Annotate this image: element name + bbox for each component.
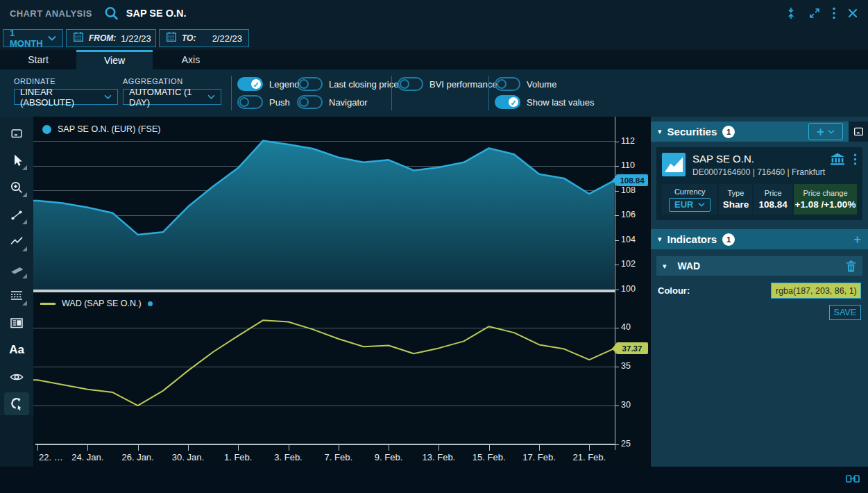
flyout-corner (22, 165, 27, 170)
dock-panel-icon[interactable] (4, 122, 29, 144)
bvi-performance-toggle[interactable] (398, 77, 423, 91)
toggle-knob (251, 79, 261, 89)
x-axis-label: 9. Feb. (375, 452, 402, 462)
wad-indicator-header[interactable]: ▾ WAD (656, 256, 862, 276)
zigzag-tool-icon[interactable] (4, 230, 29, 253)
range-value: 1 MONTH (10, 28, 43, 49)
type-value: Share (723, 199, 749, 210)
aggregation-field: AGGREGATION AUTOMATIC (1 DAY) (123, 77, 221, 105)
y-axis-tick (615, 240, 619, 241)
chevron-down-icon (48, 35, 56, 41)
y-axis-tick (615, 142, 619, 142)
currency-select[interactable]: EUR (669, 198, 710, 212)
x-axis-tick (339, 445, 339, 451)
shape-tool-icon[interactable] (4, 257, 29, 280)
kebab-menu-icon[interactable] (832, 7, 836, 19)
x-axis-label: 17. Feb. (522, 452, 556, 462)
app-title: CHART ANALYSIS (10, 8, 92, 19)
navigator-toggle[interactable] (297, 95, 323, 109)
security-card[interactable]: SAP SE O.N. DE0007164600 | 716460 | Fran… (656, 147, 862, 220)
ordinate-label: ORDINATE (14, 77, 118, 85)
currency-value: EUR (674, 199, 693, 210)
volume-toggle[interactable] (495, 77, 520, 91)
to-label: TO: (182, 33, 196, 43)
close-icon[interactable] (847, 8, 858, 19)
toggle-knob (497, 79, 507, 89)
wad-y-axis[interactable]: 37.37 40353025 (615, 292, 651, 444)
delete-indicator-icon[interactable] (846, 260, 856, 272)
security-menu-icon[interactable] (853, 153, 857, 168)
y-axis-tick (615, 215, 619, 216)
collapse-caret-icon[interactable]: ▾ (658, 127, 662, 136)
y-axis-label: 30 (621, 400, 631, 410)
flyout-corner (22, 219, 27, 224)
price-change-label: Price change (803, 189, 847, 197)
aggregation-value: AUTOMATIC (1 DAY) (129, 87, 207, 108)
security-card-actions (830, 153, 857, 169)
toolbar-divider (391, 76, 392, 110)
push-toggle[interactable] (237, 95, 263, 109)
tab-axis[interactable]: Axis (153, 50, 229, 69)
search-icon[interactable] (103, 6, 119, 22)
from-date-field[interactable]: FROM: 1/22/23 (66, 29, 156, 47)
visibility-tool-icon[interactable] (4, 365, 29, 388)
aggregation-select[interactable]: AUTOMATIC (1 DAY) (123, 89, 221, 105)
to-date-field[interactable]: TO: 2/22/23 (159, 29, 249, 47)
bottom-bar (0, 467, 868, 493)
y-axis-label: 106 (621, 210, 636, 219)
x-axis-label: 24. Jan. (71, 452, 103, 462)
news-tool-icon[interactable] (4, 311, 29, 334)
securities-header[interactable]: ▾ Securities 1 + (651, 122, 868, 142)
tab-start[interactable]: Start (0, 50, 76, 69)
ordinate-field: ORDINATE LINEAR (ABSOLUTE) (14, 77, 118, 105)
ordinate-select[interactable]: LINEAR (ABSOLUTE) (14, 89, 118, 105)
price-chart-legend: SAP SE O.N. (EUR) (FSE) (42, 124, 160, 134)
collapse-vertical-icon[interactable] (785, 7, 797, 19)
last-closing-price-toggle[interactable] (297, 77, 323, 91)
magnet-tool-icon[interactable] (4, 392, 29, 415)
collapse-panel-icon[interactable] (849, 122, 868, 142)
price-chart-plot[interactable] (33, 117, 615, 290)
link-windows-icon[interactable] (846, 474, 860, 484)
show-last-values-toggle[interactable] (495, 95, 520, 109)
toggle-group-2: Last closing price Navigator (297, 77, 398, 109)
last-price-value: 108.84 (620, 176, 644, 185)
y-axis-label: 102 (621, 259, 636, 269)
legend-toggle-label: Legend (269, 79, 299, 90)
colour-input[interactable]: rgba(187, 203, 86, 1) (771, 283, 861, 299)
legend-toggle[interactable] (237, 77, 263, 91)
toggle-knob (299, 79, 309, 89)
type-cell: Type Share (719, 184, 752, 215)
tab-view[interactable]: View (76, 50, 153, 69)
save-button[interactable]: SAVE (829, 305, 861, 320)
price-value: 108.84 (759, 199, 788, 210)
calendar-icon (166, 31, 177, 45)
zoom-tool-icon[interactable] (4, 176, 29, 199)
price-y-axis[interactable]: 108.84 112110108106104102100 (615, 117, 651, 290)
indicator-save-row: SAVE (658, 305, 861, 320)
collapse-caret-icon[interactable]: ▾ (658, 235, 662, 244)
x-axis-tick (238, 445, 239, 451)
x-axis-tick (87, 445, 88, 451)
to-value: 2/22/23 (212, 33, 242, 44)
wad-indicator-plot[interactable] (33, 292, 615, 444)
range-select[interactable]: 1 MONTH (3, 29, 63, 47)
grid-tool-icon[interactable] (4, 284, 29, 307)
cursor-tool-icon[interactable] (4, 149, 29, 172)
exchange-bank-icon[interactable] (830, 153, 845, 169)
toolbar-divider (231, 76, 232, 110)
expand-icon[interactable] (808, 7, 821, 19)
collapse-caret-icon[interactable]: ▾ (663, 262, 667, 271)
indicators-header[interactable]: ▾ Indicators 1 + (651, 229, 868, 249)
x-axis-label: 1. Feb. (224, 452, 252, 462)
x-axis-tick (37, 445, 38, 451)
from-value: 1/22/23 (121, 33, 151, 44)
add-security-button[interactable]: + (808, 123, 843, 140)
volume-label: Volume (527, 79, 556, 90)
text-tool-icon[interactable]: Aa (4, 338, 29, 361)
add-indicator-button[interactable]: + (853, 233, 861, 246)
type-label: Type (728, 189, 744, 197)
x-axis-label: 15. Feb. (473, 452, 506, 462)
trend-line-tool-icon[interactable] (4, 203, 29, 226)
price-change-cell: Price change +1.08 /+1.00% (794, 184, 857, 215)
